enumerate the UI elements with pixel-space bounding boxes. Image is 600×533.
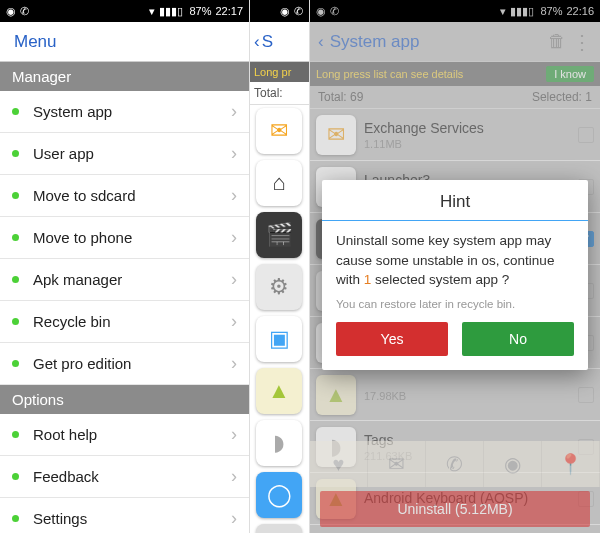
chevron-right-icon: ›	[231, 311, 237, 332]
app-bar: ‹ System app 🗑 ⋮	[310, 22, 600, 62]
more-icon[interactable]: ⋮	[572, 30, 592, 54]
dock-heart-icon[interactable]: ♥	[310, 441, 368, 487]
yes-button[interactable]: Yes	[336, 322, 448, 356]
dialog-title: Hint	[322, 180, 588, 220]
chevron-right-icon: ›	[231, 466, 237, 487]
chevron-right-icon: ›	[231, 227, 237, 248]
app-icon[interactable]: ◯	[256, 472, 302, 518]
menu-item-recycle-bin[interactable]: Recycle bin›	[0, 301, 249, 343]
dock-pin-icon[interactable]: 📍	[542, 441, 600, 487]
app-row[interactable]: ✉Exchange Services1.11MB	[310, 109, 600, 161]
total-partial: Total:	[250, 82, 309, 105]
system-app-screen: ◉ ✆ ▾ ▮▮▮▯ 87% 22:16 ‹ System app 🗑 ⋮ Lo…	[310, 0, 600, 533]
app-title: System app	[330, 32, 420, 52]
menu-item-apk-manager[interactable]: Apk manager›	[0, 259, 249, 301]
hint-banner-partial: Long pr	[250, 62, 309, 82]
camera-icon: ◉	[280, 5, 290, 18]
selected-value: 1	[585, 90, 592, 104]
chevron-right-icon: ›	[231, 424, 237, 445]
hint-dialog: Hint Uninstall some key system app may c…	[322, 180, 588, 370]
mail-icon[interactable]: ✉	[256, 108, 302, 154]
gear-icon[interactable]: ⚙	[256, 264, 302, 310]
menu-item-user-app[interactable]: User app›	[0, 133, 249, 175]
app-row[interactable]: ▲17.98KB	[310, 369, 600, 421]
menu-item-feedback[interactable]: Feedback›	[0, 456, 249, 498]
tag-icon[interactable]: ◗	[256, 420, 302, 466]
section-options: Options	[0, 385, 249, 414]
dock-mail-icon[interactable]: ✉	[368, 441, 426, 487]
status-bar: ◉ ✆ ▾ ▮▮▮▯ 87% 22:17	[0, 0, 249, 22]
clock: 22:17	[215, 5, 243, 17]
dock: ♥ ✉ ✆ ◉ 📍	[310, 441, 600, 487]
chevron-right-icon: ›	[231, 269, 237, 290]
back-icon[interactable]: ‹	[254, 32, 260, 52]
menu-title: Menu	[0, 22, 249, 62]
checkbox[interactable]	[578, 127, 594, 143]
menu-item-pro-edition[interactable]: Get pro edition›	[0, 343, 249, 385]
dialog-message: Uninstall some key system app may cause …	[322, 231, 588, 290]
iknow-button[interactable]: I know	[546, 66, 594, 82]
menu-item-system-app[interactable]: System app›	[0, 91, 249, 133]
hint-banner: Long press list can see details I know	[310, 62, 600, 86]
section-manager: Manager	[0, 62, 249, 91]
chevron-right-icon: ›	[231, 508, 237, 529]
no-button[interactable]: No	[462, 322, 574, 356]
app-title-partial: S	[262, 32, 273, 52]
back-icon[interactable]: ‹	[318, 32, 324, 52]
chevron-right-icon: ›	[231, 185, 237, 206]
total-label: Total:	[318, 90, 347, 104]
menu-item-move-phone[interactable]: Move to phone›	[0, 217, 249, 259]
film-icon[interactable]: 🎬	[256, 212, 302, 258]
chevron-right-icon: ›	[231, 143, 237, 164]
dock-phone-icon[interactable]: ✆	[426, 441, 484, 487]
checkbox[interactable]	[578, 387, 594, 403]
phone-icon: ✆	[294, 5, 303, 18]
phone-icon: ✆	[20, 5, 29, 18]
uninstall-button[interactable]: Uninstall (5.12MB)	[320, 491, 590, 527]
selected-label: Selected:	[532, 90, 582, 104]
trash-icon[interactable]: 🗑	[548, 31, 566, 52]
stack-icon[interactable]: ▣	[256, 316, 302, 362]
menu-item-move-sdcard[interactable]: Move to sdcard›	[0, 175, 249, 217]
total-value: 69	[350, 90, 363, 104]
dock-camera-icon[interactable]: ◉	[484, 441, 542, 487]
list-screen-partial: ◉ ✆ ‹ S Long pr Total: ✉ ⌂ 🎬 ⚙ ▣ ▲ ◗ ◯ ♥	[250, 0, 310, 533]
chevron-right-icon: ›	[231, 101, 237, 122]
dialog-subtext: You can restore later in recycle bin.	[322, 290, 588, 322]
battery-text: 87%	[189, 5, 211, 17]
wifi-icon: ▾	[149, 5, 155, 18]
chevron-right-icon: ›	[231, 353, 237, 374]
camera-icon: ◉	[6, 5, 16, 18]
android-icon[interactable]: ▲	[256, 368, 302, 414]
status-bar: ◉ ✆	[250, 0, 309, 22]
android-icon: ▲	[316, 375, 356, 415]
menu-item-root-help[interactable]: Root help›	[0, 414, 249, 456]
home-icon[interactable]: ⌂	[256, 160, 302, 206]
signal-icon: ▮▮▮▯	[159, 5, 183, 18]
menu-item-settings[interactable]: Settings›	[0, 498, 249, 533]
menu-screen: ◉ ✆ ▾ ▮▮▮▯ 87% 22:17 Menu Manager System…	[0, 0, 250, 533]
mail-icon: ✉	[316, 115, 356, 155]
app-bar: ‹ S	[250, 22, 309, 62]
count-row: Total: 69 Selected: 1	[310, 86, 600, 109]
heart-icon[interactable]: ♥	[256, 524, 302, 533]
